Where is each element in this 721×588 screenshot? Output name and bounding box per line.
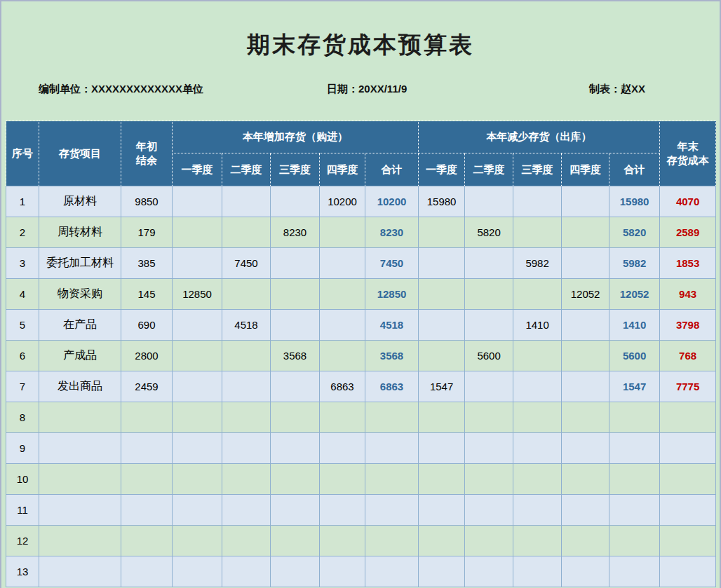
- cell-increase-q1[interactable]: [173, 310, 222, 341]
- cell-item[interactable]: [39, 433, 121, 464]
- cell-decrease-total[interactable]: [609, 526, 660, 556]
- cell-decrease-q3[interactable]: [513, 464, 562, 495]
- header-item[interactable]: 存货项目: [39, 121, 121, 186]
- cell-decrease-q4[interactable]: [562, 217, 609, 248]
- cell-increase-q3[interactable]: [271, 464, 320, 495]
- cell-year-end-cost[interactable]: [660, 433, 716, 464]
- cell-increase-q3[interactable]: 3568: [271, 341, 320, 371]
- cell-increase-q4[interactable]: [320, 464, 365, 495]
- cell-decrease-q3[interactable]: [513, 279, 562, 310]
- cell-decrease-total[interactable]: 15980: [609, 186, 660, 217]
- cell-decrease-total[interactable]: [609, 433, 660, 464]
- cell-decrease-q4[interactable]: [562, 556, 609, 587]
- cell-beginning[interactable]: [121, 526, 173, 556]
- cell-decrease-q4[interactable]: [562, 495, 609, 526]
- cell-year-end-cost[interactable]: 943: [660, 279, 716, 310]
- header-increase-q3[interactable]: 三季度: [271, 153, 320, 186]
- cell-decrease-q1[interactable]: [419, 526, 465, 556]
- cell-beginning[interactable]: [121, 464, 173, 495]
- cell-item[interactable]: [39, 556, 121, 587]
- header-decrease-q1[interactable]: 一季度: [419, 153, 465, 186]
- cell-increase-total[interactable]: [365, 526, 419, 556]
- cell-year-end-cost[interactable]: [660, 556, 716, 587]
- cell-decrease-total[interactable]: [609, 495, 660, 526]
- cell-decrease-total[interactable]: 5600: [609, 341, 660, 371]
- cell-item[interactable]: 产成品: [39, 341, 121, 371]
- cell-decrease-q3[interactable]: [513, 526, 562, 556]
- cell-decrease-total[interactable]: [609, 464, 660, 495]
- cell-item[interactable]: 发出商品: [39, 371, 121, 402]
- cell-year-end-cost[interactable]: [660, 495, 716, 526]
- cell-decrease-q3[interactable]: [513, 186, 562, 217]
- cell-increase-total[interactable]: [365, 433, 419, 464]
- header-increase-total[interactable]: 合计: [365, 153, 419, 186]
- cell-increase-total[interactable]: [365, 556, 419, 587]
- header-decrease-total[interactable]: 合计: [609, 153, 660, 186]
- cell-decrease-total[interactable]: 12052: [609, 279, 660, 310]
- cell-decrease-q4[interactable]: [562, 402, 609, 433]
- cell-decrease-q3[interactable]: 5982: [513, 248, 562, 279]
- cell-decrease-q1[interactable]: [419, 495, 465, 526]
- cell-decrease-q4[interactable]: [562, 526, 609, 556]
- cell-increase-total[interactable]: 8230: [365, 217, 419, 248]
- cell-decrease-q4[interactable]: 12052: [562, 279, 609, 310]
- cell-increase-q2[interactable]: [222, 556, 271, 587]
- cell-increase-q2[interactable]: [222, 526, 271, 556]
- cell-decrease-q2[interactable]: [465, 310, 513, 341]
- cell-decrease-q2[interactable]: 5820: [465, 217, 513, 248]
- cell-seq[interactable]: 13: [6, 556, 39, 587]
- cell-beginning[interactable]: 9850: [121, 186, 173, 217]
- cell-seq[interactable]: 10: [6, 464, 39, 495]
- cell-decrease-q1[interactable]: [419, 248, 465, 279]
- cell-decrease-q2[interactable]: [465, 464, 513, 495]
- cell-item[interactable]: 周转材料: [39, 217, 121, 248]
- cell-decrease-q4[interactable]: [562, 341, 609, 371]
- cell-increase-q3[interactable]: [271, 402, 320, 433]
- cell-decrease-q2[interactable]: [465, 556, 513, 587]
- cell-increase-q1[interactable]: [173, 526, 222, 556]
- cell-decrease-total[interactable]: 1547: [609, 371, 660, 402]
- cell-increase-q3[interactable]: [271, 186, 320, 217]
- cell-beginning[interactable]: [121, 495, 173, 526]
- cell-increase-q2[interactable]: [222, 464, 271, 495]
- cell-seq[interactable]: 9: [6, 433, 39, 464]
- cell-increase-q2[interactable]: [222, 186, 271, 217]
- cell-year-end-cost[interactable]: 4070: [660, 186, 716, 217]
- cell-decrease-total[interactable]: [609, 556, 660, 587]
- cell-increase-q4[interactable]: 10200: [320, 186, 365, 217]
- cell-decrease-total[interactable]: [609, 402, 660, 433]
- header-decrease-q3[interactable]: 三季度: [513, 153, 562, 186]
- cell-beginning[interactable]: 385: [121, 248, 173, 279]
- cell-increase-q4[interactable]: [320, 526, 365, 556]
- cell-increase-q1[interactable]: [173, 248, 222, 279]
- cell-increase-q4[interactable]: [320, 341, 365, 371]
- cell-increase-q2[interactable]: [222, 433, 271, 464]
- header-increase-q2[interactable]: 二季度: [222, 153, 271, 186]
- cell-seq[interactable]: 2: [6, 217, 39, 248]
- cell-beginning[interactable]: 2459: [121, 371, 173, 402]
- cell-decrease-q3[interactable]: [513, 371, 562, 402]
- cell-increase-q4[interactable]: [320, 248, 365, 279]
- cell-year-end-cost[interactable]: [660, 402, 716, 433]
- cell-item[interactable]: [39, 402, 121, 433]
- cell-increase-q3[interactable]: [271, 556, 320, 587]
- cell-decrease-q1[interactable]: 1547: [419, 371, 465, 402]
- cell-beginning[interactable]: 2800: [121, 341, 173, 371]
- cell-item[interactable]: 在产品: [39, 310, 121, 341]
- cell-increase-q3[interactable]: [271, 433, 320, 464]
- header-increase-q4[interactable]: 四季度: [320, 153, 365, 186]
- cell-increase-total[interactable]: [365, 495, 419, 526]
- cell-increase-q1[interactable]: [173, 186, 222, 217]
- cell-decrease-q3[interactable]: [513, 433, 562, 464]
- cell-increase-total[interactable]: 3568: [365, 341, 419, 371]
- cell-increase-q4[interactable]: [320, 279, 365, 310]
- cell-increase-q2[interactable]: [222, 217, 271, 248]
- cell-beginning[interactable]: [121, 556, 173, 587]
- cell-increase-q4[interactable]: [320, 310, 365, 341]
- cell-decrease-q2[interactable]: [465, 402, 513, 433]
- cell-increase-q3[interactable]: [271, 371, 320, 402]
- cell-year-end-cost[interactable]: [660, 464, 716, 495]
- header-year-end-cost[interactable]: 年末 存货成本: [660, 121, 716, 186]
- cell-increase-q1[interactable]: [173, 556, 222, 587]
- cell-increase-q1[interactable]: [173, 341, 222, 371]
